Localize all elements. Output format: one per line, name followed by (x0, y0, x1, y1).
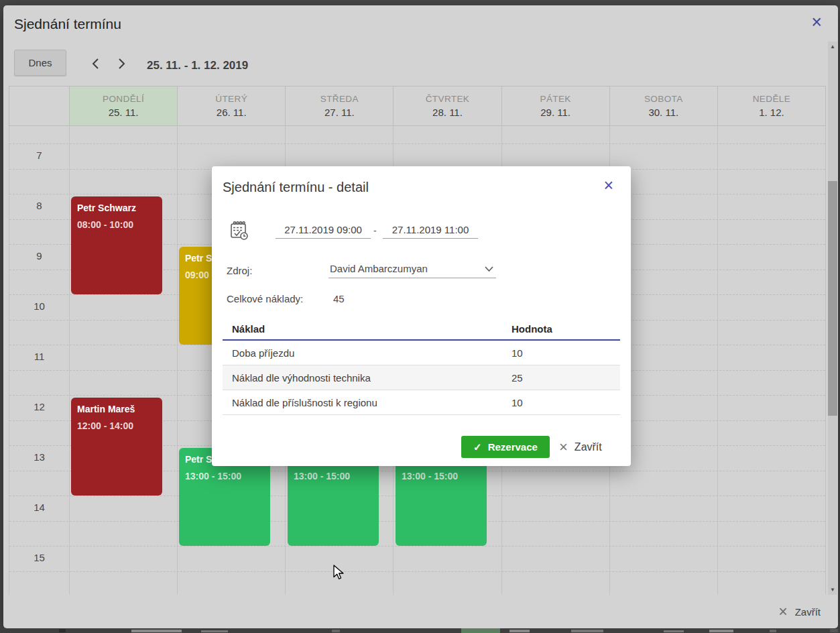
total-cost-value: 45 (333, 293, 345, 304)
hour-label: 12 (9, 401, 69, 412)
calendar-scrollbar[interactable]: ▲ ▼ (828, 42, 837, 595)
appointment-event[interactable]: Martin Mareš12:00 - 14:00 (71, 398, 162, 496)
modal-title: Sjednání termínu - detail (223, 180, 369, 195)
day-header-thursday: ČTVRTEK 28. 11. (393, 87, 501, 125)
hour-label: 11 (9, 351, 69, 362)
close-icon: × (559, 440, 568, 455)
range-separator: - (373, 225, 377, 236)
day-header-saturday: SOBOTA 30. 11. (609, 87, 717, 125)
day-column[interactable] (717, 126, 825, 595)
next-week-button[interactable] (113, 55, 131, 72)
today-button[interactable]: Dnes (14, 50, 66, 76)
column-header-hodnota: Hodnota (512, 323, 620, 335)
modal-close-button[interactable]: × Zavřít (559, 436, 602, 458)
cost-table: Náklad Hodnota Doba příjezdu 10 Náklad d… (223, 319, 620, 415)
close-icon[interactable]: × (811, 13, 822, 32)
total-cost-label: Celkové náklady: (227, 293, 303, 304)
day-header-sunday: NEDĚLE 1. 12. (717, 87, 825, 125)
column-header-naklad: Náklad (223, 323, 512, 335)
hour-label: 14 (9, 502, 69, 513)
source-label: Zdroj: (227, 265, 252, 276)
event-time: 13:00 - 15:00 (185, 468, 264, 485)
modal-close-icon[interactable]: × (603, 177, 613, 194)
occluded-page-strip (0, 628, 840, 633)
source-select-value: David Ambarczumyan (330, 263, 428, 274)
table-row: Náklad dle výhodnosti technika 25 (223, 365, 620, 390)
source-select[interactable]: David Ambarczumyan (328, 260, 496, 278)
event-title: Petr Schwarz (77, 200, 156, 217)
scroll-up-icon[interactable]: ▲ (828, 42, 837, 52)
time-gutter-header (9, 87, 69, 125)
cost-table-header: Náklad Hodnota (223, 319, 620, 341)
event-title: Martin Mareš (77, 401, 156, 418)
event-time: 13:00 - 15:00 (294, 468, 373, 485)
hour-label: 7 (9, 150, 69, 161)
mouse-cursor (333, 565, 345, 583)
event-time: 08:00 - 10:00 (77, 217, 156, 233)
appointment-detail-modal: Sjednání termínu - detail × - Zdroj: Dav… (212, 166, 631, 466)
dialog-title: Sjednání termínu (14, 16, 121, 32)
day-header-friday: PÁTEK 29. 11. (501, 87, 609, 125)
prev-week-button[interactable] (86, 55, 104, 72)
table-row: Náklad dle příslušnosti k regionu 10 (223, 390, 620, 415)
date-range-label: 25. 11. - 1. 12. 2019 (147, 59, 248, 72)
grid-line (9, 571, 825, 572)
calendar-clock-icon (229, 220, 249, 244)
chevron-right-icon (118, 58, 126, 70)
scrollbar-thumb[interactable] (828, 181, 837, 416)
event-time: 13:00 - 15:00 (402, 468, 481, 485)
start-datetime-field[interactable] (276, 221, 371, 239)
dialog-footer-close-button[interactable]: × Zavřít (773, 600, 826, 623)
day-header-tuesday: ÚTERÝ 26. 11. (177, 87, 285, 125)
chevron-left-icon (91, 58, 99, 70)
end-datetime-field[interactable] (383, 221, 478, 239)
grid-line (9, 546, 825, 546)
hour-label: 8 (9, 200, 69, 211)
appointment-event[interactable]: Petr Schwarz08:00 - 10:00 (71, 196, 162, 294)
scroll-down-icon[interactable]: ▼ (828, 585, 837, 595)
hour-label: 15 (9, 552, 69, 563)
grid-line (9, 143, 825, 144)
hour-label: 13 (9, 451, 69, 463)
footer-close-label: Zavřít (795, 606, 821, 618)
check-icon: ✓ (473, 441, 482, 453)
close-icon: × (778, 604, 787, 620)
day-header-wednesday: STŘEDA 27. 11. (285, 87, 393, 125)
modal-close-label: Zavřít (575, 441, 602, 453)
reserve-button[interactable]: ✓ Rezervace (461, 436, 550, 458)
table-row: Doba příjezdu 10 (223, 341, 620, 365)
hour-label: 10 (9, 300, 69, 312)
day-header-monday: PONDĚLÍ 25. 11. (69, 87, 177, 125)
event-time: 12:00 - 14:00 (77, 418, 156, 435)
hour-label: 9 (9, 250, 69, 262)
reserve-button-label: Rezervace (488, 441, 538, 453)
chevron-down-icon (485, 266, 493, 272)
day-header-row: PONDĚLÍ 25. 11. ÚTERÝ 26. 11. STŘEDA 27.… (9, 86, 826, 126)
